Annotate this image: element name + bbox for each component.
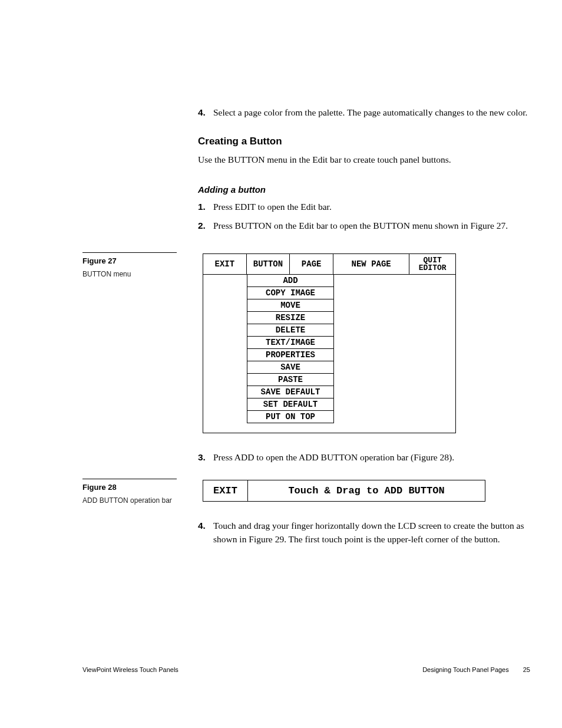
step-text: Press BUTTON on the Edit bar to open the… [213,219,528,232]
list-item: 1. Press EDIT to open the Edit bar. [198,200,528,213]
figure-caption: BUTTON menu [82,270,177,278]
list-item: 2. Press BUTTON on the Edit bar to open … [198,219,528,232]
menu-item: PUT ON TOP [247,411,334,423]
menu-item: SET DEFAULT [247,398,334,411]
figure-27-sidenote: Figure 27 BUTTON menu [82,252,177,278]
step-text: Select a page color from the palette. Th… [213,106,528,119]
rule [82,479,177,479]
menu-cell-exit: EXIT [203,254,247,275]
menu-item: SAVE [247,361,334,374]
page-footer: ViewPoint Wireless Touch Panels Designin… [82,666,530,673]
figure-28-sidenote: Figure 28 ADD BUTTON operation bar [82,479,177,505]
subsection-heading: Adding a button [198,185,528,195]
menu-item: PROPERTIES [247,349,334,361]
figure-27-menu: EXIT BUTTON PAGE NEW PAGE QUIT EDITOR AD… [203,253,456,433]
page: 4. Select a page color from the palette.… [0,0,562,728]
page-number: 25 [523,666,530,673]
menu-cell-new-page: NEW PAGE [333,254,409,275]
step-number: 3. [198,451,213,464]
menu-item: RESIZE [247,312,334,324]
menu-cell-page: PAGE [290,254,333,275]
figure-label: Figure 27 [82,256,177,265]
menu-item: SAVE DEFAULT [247,386,334,398]
footer-right: Designing Touch Panel Pages 25 [422,666,530,673]
step-number: 4. [198,519,213,546]
figure-28-operation-bar: EXIT Touch & Drag to ADD BUTTON [203,480,485,502]
menu-item: MOVE [247,299,334,312]
step-text: Press ADD to open the ADD BUTTON operati… [213,451,528,464]
list-item: 4. Touch and drag your finger horizontal… [198,519,528,546]
menu-item: TEXT/IMAGE [247,337,334,349]
figure-label: Figure 28 [82,483,177,492]
section-heading: Creating a Button [198,136,528,147]
opbar-message: Touch & Drag to ADD BUTTON [248,480,485,501]
figure-caption: ADD BUTTON operation bar [82,496,177,505]
section-intro: Use the BUTTON menu in the Edit bar to c… [198,153,528,166]
opbar-exit: EXIT [203,480,248,501]
step-number: 1. [198,200,213,213]
step-number: 2. [198,219,213,232]
step-text: Press EDIT to open the Edit bar. [213,200,528,213]
menu-item: PASTE [247,374,334,386]
menu-dropdown-list: ADD COPY IMAGE MOVE RESIZE DELETE TEXT/I… [247,275,334,423]
menu-item: DELETE [247,324,334,337]
menu-item: ADD [247,275,334,287]
list-item: 4. Select a page color from the palette.… [198,106,528,119]
quit-line2: EDITOR [419,264,447,272]
rule [82,252,177,253]
menu-cell-quit-editor: QUIT EDITOR [409,254,455,275]
menu-cell-button: BUTTON [247,254,290,275]
menu-top-row: EXIT BUTTON PAGE NEW PAGE QUIT EDITOR [203,254,455,275]
footer-left: ViewPoint Wireless Touch Panels [82,666,178,673]
menu-item: COPY IMAGE [247,287,334,299]
footer-section: Designing Touch Panel Pages [422,666,509,673]
list-item: 3. Press ADD to open the ADD BUTTON oper… [198,451,528,464]
step-text: Touch and drag your finger horizontally … [213,519,528,546]
step-number: 4. [198,106,213,119]
